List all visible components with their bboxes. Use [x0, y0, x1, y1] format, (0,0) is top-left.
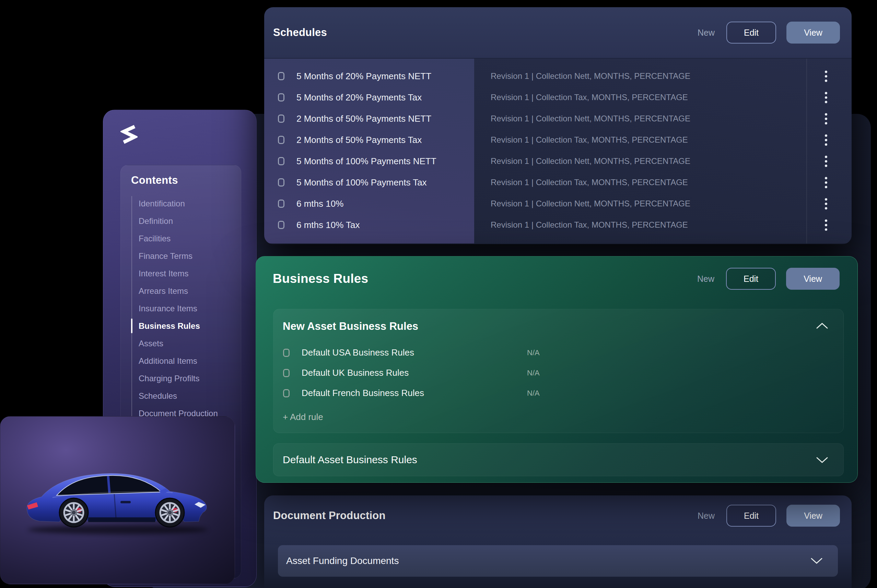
contents-nav: Identification Definition Facilities Fin…	[121, 195, 241, 422]
sidebar-item[interactable]: Schedules	[138, 387, 241, 405]
sidebar-item-label: Definition	[138, 216, 173, 226]
schedules-header: Schedules New Edit View	[264, 7, 851, 58]
default-asset-section-title: Default Asset Business Rules	[274, 454, 417, 466]
blue-car-image	[11, 457, 224, 543]
row-checkbox[interactable]	[278, 157, 284, 165]
row-checkbox[interactable]	[283, 349, 290, 357]
sidebar-item[interactable]: Arrears Items	[138, 282, 241, 300]
new-button[interactable]: New	[696, 268, 716, 290]
sidebar-item-label: Insurance Items	[138, 304, 197, 314]
schedules-title: Schedules	[273, 26, 327, 39]
schedule-row-meta: Revision 1 | Collection Tax, MONTHS, PER…	[490, 178, 688, 187]
schedule-row-meta: Revision 1 | Collection Tax, MONTHS, PER…	[490, 135, 688, 145]
business-rule-row[interactable]: Default USA Business Rules N/A	[274, 342, 843, 363]
add-rule-link[interactable]: + Add rule	[283, 412, 323, 422]
front-wheel	[155, 498, 184, 527]
schedules-panel: Schedules New Edit View 5 Months of 20% …	[264, 7, 851, 244]
business-rule-name: Default French Business Rules	[302, 388, 424, 398]
sidebar-item[interactable]: Finance Terms	[138, 247, 241, 265]
rear-wheel	[59, 498, 88, 527]
business-rule-value: N/A	[527, 389, 540, 398]
sidebar-item[interactable]: Assets	[138, 334, 241, 352]
schedule-row-name: 5 Months of 100% Payments Tax	[296, 177, 427, 188]
schedule-row[interactable]: 2 Months of 50% Payments Tax Revision 1 …	[264, 129, 851, 150]
kebab-menu-icon[interactable]	[823, 134, 828, 146]
new-button[interactable]: New	[696, 22, 716, 44]
new-button[interactable]: New	[696, 505, 716, 526]
kebab-menu-icon[interactable]	[823, 156, 828, 167]
edit-button[interactable]: Edit	[727, 505, 776, 526]
asset-funding-documents-title: Asset Funding Documents	[278, 555, 399, 566]
kebab-menu-icon[interactable]	[823, 113, 828, 124]
row-checkbox[interactable]	[278, 221, 284, 229]
brand-s-logo-icon	[120, 124, 138, 146]
sidebar-item[interactable]: Interest Items	[138, 265, 241, 282]
sidebar-item[interactable]: Definition	[138, 212, 241, 230]
schedule-row[interactable]: 5 Months of 100% Payments NETT Revision …	[264, 150, 851, 172]
view-button[interactable]: View	[787, 22, 840, 44]
business-rule-row[interactable]: Default UK Business Rules N/A	[274, 363, 843, 383]
document-production-title: Document Production	[273, 510, 386, 522]
document-production-header: Document Production New Edit View	[264, 495, 851, 536]
business-rules-title: Business Rules	[273, 272, 368, 286]
schedule-row[interactable]: 6 mths 10% Tax Revision 1 | Collection T…	[264, 214, 851, 236]
view-button[interactable]: View	[786, 268, 839, 290]
sidebar-item-label: Arrears Items	[138, 286, 188, 296]
sidebar-item[interactable]: Identification	[138, 195, 241, 212]
schedule-row[interactable]: 5 Months of 20% Payments NETT Revision 1…	[264, 66, 851, 87]
nav-rail-line	[131, 196, 132, 424]
business-rule-name: Default USA Business Rules	[302, 347, 414, 358]
row-checkbox[interactable]	[278, 200, 284, 208]
sidebar-item-label: Charging Profilts	[138, 374, 199, 383]
schedules-actions: New Edit View	[696, 22, 840, 44]
sidebar-item[interactable]: Charging Profilts	[138, 370, 241, 387]
chevron-down-icon[interactable]	[811, 558, 823, 566]
schedule-row-name: 6 mths 10%	[296, 198, 343, 209]
row-checkbox[interactable]	[283, 389, 290, 398]
view-button[interactable]: View	[787, 505, 840, 526]
default-asset-business-rules-section[interactable]: Default Asset Business Rules	[273, 443, 844, 476]
kebab-menu-icon[interactable]	[823, 70, 828, 82]
sidebar-item[interactable]: Facilities	[138, 230, 241, 247]
sidebar-item[interactable]: Additional Items	[138, 352, 241, 370]
business-rule-row[interactable]: Default French Business Rules N/A	[274, 383, 843, 403]
schedule-row[interactable]: 5 Months of 100% Payments Tax Revision 1…	[264, 172, 851, 193]
edit-button[interactable]: Edit	[726, 268, 776, 290]
chevron-down-icon[interactable]	[816, 457, 828, 465]
business-rules-header: Business Rules New Edit View	[256, 256, 857, 301]
row-checkbox[interactable]	[278, 114, 284, 123]
kebab-menu-icon[interactable]	[823, 219, 828, 231]
schedule-rows: 5 Months of 20% Payments NETT Revision 1…	[264, 66, 851, 236]
kebab-menu-icon[interactable]	[823, 177, 828, 188]
chevron-up-icon[interactable]	[816, 322, 828, 330]
business-rule-name: Default UK Business Rules	[302, 368, 409, 378]
page: Contents Identification Definition Facil…	[0, 0, 877, 588]
row-checkbox[interactable]	[278, 178, 284, 186]
row-checkbox[interactable]	[278, 136, 284, 144]
kebab-menu-icon[interactable]	[823, 92, 828, 103]
car-image-card	[0, 416, 235, 584]
sidebar-item-label: Finance Terms	[138, 251, 193, 261]
document-production-panel: Document Production New Edit View Asset …	[264, 495, 851, 588]
schedule-row-meta: Revision 1 | Collection Nett, MONTHS, PE…	[490, 156, 690, 166]
sidebar-item[interactable]: Insurance Items	[138, 300, 241, 317]
contents-title: Contents	[121, 165, 241, 186]
schedule-row[interactable]: 5 Months of 20% Payments Tax Revision 1 …	[264, 87, 851, 108]
sidebar-item-label: Business Rules	[138, 321, 200, 331]
asset-funding-documents-section[interactable]: Asset Funding Documents	[278, 545, 838, 577]
schedule-row-meta: Revision 1 | Collection Tax, MONTHS, PER…	[490, 93, 688, 102]
schedule-row-name: 2 Months of 50% Payments Tax	[296, 135, 422, 146]
row-checkbox[interactable]	[278, 72, 284, 80]
sidebar-item[interactable]: Business Rules	[138, 317, 241, 334]
business-rule-rows: Default USA Business Rules N/A Default U…	[274, 342, 843, 403]
sidebar-item-label: Additional Items	[138, 356, 197, 366]
schedule-row-meta: Revision 1 | Collection Nett, MONTHS, PE…	[490, 71, 690, 81]
schedules-list: 5 Months of 20% Payments NETT Revision 1…	[264, 58, 851, 243]
schedule-row[interactable]: 6 mths 10% Revision 1 | Collection Nett,…	[264, 193, 851, 214]
schedule-row[interactable]: 2 Months of 50% Payments NETT Revision 1…	[264, 108, 851, 129]
row-checkbox[interactable]	[283, 369, 290, 377]
kebab-menu-icon[interactable]	[823, 198, 828, 210]
edit-button[interactable]: Edit	[727, 22, 776, 44]
row-checkbox[interactable]	[278, 93, 284, 102]
document-production-actions: New Edit View	[696, 505, 840, 526]
